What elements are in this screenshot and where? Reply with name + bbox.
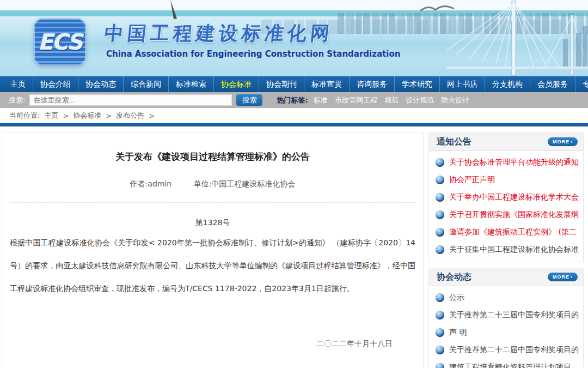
nav-item-experts[interactable]: 专家库	[575, 76, 588, 92]
article-meta: 作者:admin 单位:中国工程建设标准化协会	[10, 179, 415, 189]
more-label: MORE	[553, 274, 569, 280]
list-item-label: 协会严正声明	[449, 175, 495, 185]
search-input[interactable]	[29, 94, 232, 106]
hot-tags-label: 热门标签:	[277, 96, 308, 104]
list-item[interactable]: 邀请参加《建筑振动工程实例》 (第二	[436, 224, 579, 241]
nav-item-branches[interactable]: 分支机构	[485, 76, 530, 92]
breadcrumb-separator: >	[106, 112, 112, 120]
list-item-label: 关于推荐第二十二届中国专利奖项目的	[449, 345, 579, 355]
nav-item-association-news[interactable]: 协会动态	[78, 76, 124, 92]
nav-item-journal[interactable]: 协会期刊	[259, 76, 304, 92]
seagull-icon	[161, 0, 193, 22]
nav-item-about[interactable]: 协会介绍	[33, 76, 78, 92]
dashed-divider	[10, 202, 415, 203]
list-item[interactable]: 公示	[436, 289, 579, 306]
hot-tags: 热门标签: 标准 市政管网工程 规范 设计规范 防火设计	[277, 95, 474, 105]
list-item-label: 邀请参加《建筑振动工程实例》 (第二	[449, 227, 577, 237]
search-bar: 搜索: 搜索 热门标签: 标准 市政管网工程 规范 设计规范 防火设计	[0, 92, 588, 108]
article-title: 关于发布《建设项目过程结算管理标准》的公告	[10, 150, 415, 163]
list-item-label: 关于征集中国工程建设标准化协会标准	[449, 245, 579, 255]
search-button[interactable]: 搜索	[236, 94, 262, 106]
breadcrumb-separator: >	[63, 112, 69, 120]
nav-item-standard-search[interactable]: 标准检索	[169, 76, 214, 92]
list-item[interactable]: 声 明	[436, 324, 579, 341]
globe-icon	[436, 346, 444, 354]
globe-icon	[436, 193, 444, 202]
list-item[interactable]: 关于征集中国工程建设标准化协会标准	[436, 241, 579, 258]
breadcrumb-separator: >	[149, 112, 155, 120]
news-header: 协会动态 MORE ›	[429, 268, 583, 286]
list-item-label: 公示	[449, 293, 464, 303]
ecs-logo-text: ECS	[38, 29, 82, 55]
list-item-label: 建筑工程培育孵化资料管理计划项目	[449, 363, 571, 368]
hot-tag[interactable]: 防火设计	[441, 96, 469, 104]
hot-tag[interactable]: 市政管网工程	[335, 96, 377, 104]
nav-item-home[interactable]: 主页	[3, 76, 33, 92]
list-item[interactable]: 建筑工程培育孵化资料管理计划项目	[436, 359, 579, 368]
globe-icon	[436, 311, 444, 319]
notice-list: 关于协会标准管理平台功能升级的通知 协会严正声明 关于举办中国工程建设标准化学术…	[429, 151, 583, 262]
list-item-label: 关于召开贯彻实施《国家标准化发展纲	[449, 210, 579, 220]
list-item-label: 关于举办中国工程建设标准化学术大会	[449, 192, 579, 202]
seagull-icon	[419, 3, 457, 16]
globe-icon	[436, 328, 444, 337]
nav-item-standard-promotion[interactable]: 标准宣贯	[304, 76, 350, 92]
list-item[interactable]: 关于召开贯彻实施《国家标准化发展纲	[436, 206, 579, 224]
notice-header: 通知公告 MORE ›	[429, 133, 583, 151]
more-label: MORE	[553, 139, 569, 144]
search-label: 搜索:	[9, 95, 25, 105]
list-item-label: 声 明	[449, 328, 467, 337]
notice-box: 通知公告 MORE › 关于协会标准管理平台功能升级的通知 协会严正声明 关于举	[428, 132, 584, 262]
news-more-button[interactable]: MORE ›	[548, 273, 578, 281]
article-body: 根据中国工程建设标准化协会《关于印发< 2020年第一批协会标准制订、修订计划>…	[10, 231, 415, 300]
list-item[interactable]: 协会严正声明	[436, 171, 579, 189]
nav-item-academic-research[interactable]: 学术研究	[395, 76, 440, 92]
globe-icon	[436, 210, 444, 219]
list-item-label: 关于推荐第二十三届中国专利奖项目的	[449, 310, 579, 320]
globe-icon	[436, 176, 444, 184]
breadcrumb: 当前位置: 主页 > 协会标准 > 发布公告 >	[0, 108, 588, 123]
sidebar: 通知公告 MORE › 关于协会标准管理平台功能升级的通知 协会严正声明 关于举	[428, 132, 584, 368]
article-unit: 单位:中国工程建设标准化协会	[194, 179, 296, 188]
main-nav: 主页 协会介绍 协会动态 综合新闻 标准检索 协会标准 协会期刊 标准宣贯 咨询…	[0, 76, 588, 92]
hot-tag[interactable]: 标准	[314, 96, 328, 104]
bridge-graphic	[446, 0, 588, 76]
nav-item-bookstore[interactable]: 网上书店	[440, 76, 485, 92]
list-item-label: 关于协会标准管理平台功能升级的通知	[449, 158, 579, 167]
article-date: 二〇二二年十月十八日	[10, 339, 415, 349]
breadcrumb-announcements[interactable]: 发布公告	[116, 111, 144, 120]
article-panel: 关于发布《建设项目过程结算管理标准》的公告 作者:admin 单位:中国工程建设…	[2, 132, 424, 368]
globe-icon	[436, 245, 444, 254]
hot-tag[interactable]: 设计规范	[406, 96, 434, 104]
list-item[interactable]: 关于举办中国工程建设标准化学术大会	[436, 189, 579, 206]
breadcrumb-home[interactable]: 主页	[44, 111, 58, 120]
nav-item-general-news[interactable]: 综合新闻	[124, 76, 169, 92]
ecs-logo[interactable]: ECS	[34, 19, 86, 65]
news-title: 协会动态	[437, 272, 471, 283]
nav-item-consulting[interactable]: 咨询服务	[350, 76, 395, 92]
globe-icon	[436, 293, 444, 302]
list-item[interactable]: 关于协会标准管理平台功能升级的通知	[436, 154, 579, 171]
breadcrumb-label: 当前位置:	[9, 111, 40, 120]
nav-item-member-services[interactable]: 会员服务	[530, 76, 575, 92]
news-box: 协会动态 MORE › 公示 关于推荐第二十三届中国专利奖项目的 声 明	[428, 268, 584, 368]
list-item[interactable]: 关于推荐第二十二届中国专利奖项目的	[436, 341, 579, 359]
nav-item-association-standards[interactable]: 协会标准	[214, 76, 259, 92]
header-banner: ECS 中国工程建设标准化网 China Association for Eng…	[0, 0, 588, 76]
notice-title: 通知公告	[437, 136, 471, 148]
list-item[interactable]: 关于推荐第二十三届中国专利奖项目的	[436, 306, 579, 324]
article-author: 作者:admin	[130, 179, 172, 188]
globe-icon	[436, 158, 444, 167]
hot-tag[interactable]: 规范	[384, 96, 399, 104]
globe-icon	[436, 363, 444, 368]
article-doc-number: 第1328号	[10, 218, 415, 228]
globe-icon	[436, 228, 444, 237]
news-list: 公示 关于推荐第二十三届中国专利奖项目的 声 明 关于推荐第二十二届中国专利奖项…	[429, 286, 583, 368]
content-area: 关于发布《建设项目过程结算管理标准》的公告 作者:admin 单位:中国工程建设…	[0, 126, 588, 368]
site-subtitle: China Association for Engineering Constr…	[106, 49, 400, 59]
arrow-right-icon: ›	[571, 274, 573, 280]
arrow-right-icon: ›	[571, 139, 573, 144]
notice-more-button[interactable]: MORE ›	[548, 137, 578, 146]
breadcrumb-standards[interactable]: 协会标准	[73, 111, 101, 120]
site-title: 中国工程建设标准化网	[103, 21, 335, 46]
